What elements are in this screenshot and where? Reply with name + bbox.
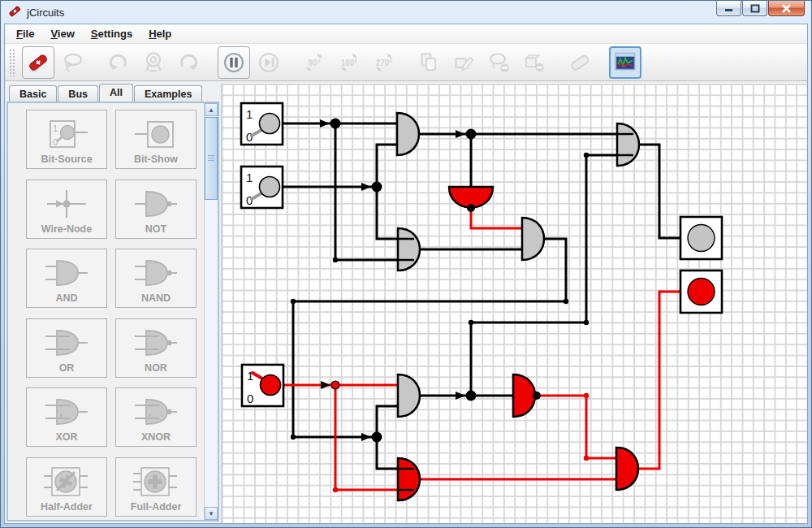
step-simulation-button[interactable] (253, 46, 285, 79)
wire-node[interactable] (331, 381, 339, 389)
wire-joint (469, 320, 473, 325)
wire[interactable] (639, 145, 680, 238)
bit-source-switch[interactable] (260, 177, 280, 197)
palette-item-wire-node[interactable]: Wire-Node (26, 180, 107, 239)
snapshot-camera-button[interactable] (137, 46, 170, 79)
palette-item-label: XOR (27, 431, 106, 443)
wire-arrow (361, 433, 371, 441)
bit-source-label-1: 1 (246, 107, 253, 121)
menu-file[interactable]: File (8, 25, 42, 42)
wire-node[interactable] (330, 119, 341, 129)
wire-arrow (456, 130, 465, 138)
tab-all[interactable]: All (99, 84, 133, 102)
undo-button[interactable] (102, 46, 135, 79)
bit-source-label-0: 0 (247, 392, 253, 405)
not-bubble (533, 392, 541, 400)
palette-item-and[interactable]: AND (26, 249, 107, 308)
palette-scrollbar[interactable]: ▲ ▼ (204, 103, 218, 520)
edit-component-button[interactable] (448, 46, 481, 79)
main-area: BasicBusAllExamples 10 Bit-Source Bit-Sh… (5, 81, 807, 523)
wire-joint (291, 299, 296, 304)
bit-source-label-1: 1 (247, 369, 253, 383)
tab-basic[interactable]: Basic (9, 85, 57, 102)
palette-tabs: BasicBusAllExamples (9, 84, 203, 102)
tab-bus[interactable]: Bus (58, 85, 98, 102)
palette-item-xnor[interactable]: XNOR (115, 387, 197, 447)
pause-simulation-button[interactable] (218, 46, 250, 79)
close-button[interactable] (768, 1, 805, 16)
maximize-button[interactable] (742, 1, 767, 16)
palette-item-full-adder[interactable]: Full-Adder (115, 457, 197, 517)
wire-arrow (320, 119, 330, 128)
select-tool-knife-button[interactable] (22, 46, 54, 79)
remove-component-button[interactable] (518, 46, 551, 79)
wire-node[interactable] (372, 182, 382, 193)
and-gate[interactable] (616, 448, 638, 490)
wire[interactable] (377, 406, 398, 437)
palette-item-bit-source[interactable]: 10 Bit-Source (26, 110, 107, 169)
circuit-canvas[interactable]: 101010 (221, 84, 807, 523)
wire-node[interactable] (466, 391, 477, 401)
toolbar-drag-grip[interactable] (9, 49, 16, 76)
palette-item-nand[interactable]: NAND (115, 249, 197, 308)
palette-item-label: Bit-Show (116, 154, 196, 165)
scroll-up-button[interactable]: ▲ (205, 103, 218, 116)
scroll-thumb[interactable] (205, 117, 218, 200)
xor-icon (41, 393, 93, 431)
copy-button[interactable] (413, 46, 446, 79)
or-gate[interactable] (398, 228, 420, 270)
palette-item-bit-show[interactable]: Bit-Show (115, 110, 197, 169)
half-adder-icon (41, 463, 93, 500)
palette-item-not[interactable]: NOT (115, 180, 197, 239)
menu-settings[interactable]: Settings (83, 25, 140, 42)
wire[interactable] (377, 145, 397, 187)
and-gate[interactable] (397, 113, 419, 155)
bit-source-switch[interactable] (261, 375, 281, 396)
nand-icon (130, 254, 182, 292)
menu-bar: FileViewSettingsHelp (5, 24, 807, 44)
or-gate[interactable] (398, 458, 420, 500)
and-gate[interactable] (522, 218, 544, 260)
palette-item-half-adder[interactable]: Half-Adder (26, 457, 107, 517)
palette-item-xor[interactable]: XOR (26, 387, 107, 447)
palette-item-label: NOT (116, 223, 196, 235)
menu-view[interactable]: View (42, 25, 82, 42)
palette-item-or[interactable]: OR (26, 318, 107, 378)
and-gate[interactable] (398, 374, 420, 417)
wire[interactable] (471, 155, 633, 396)
wire[interactable] (639, 292, 680, 469)
palette-item-nor[interactable]: NOR (115, 318, 197, 378)
minimize-button[interactable] (716, 1, 741, 16)
wire-arrow (321, 381, 330, 389)
rotate-90-button[interactable]: 90° (298, 46, 330, 79)
scroll-down-button[interactable]: ▼ (205, 507, 218, 520)
svg-text:1: 1 (53, 123, 58, 133)
wire-joint (564, 299, 568, 304)
palette-item-label: Full-Adder (116, 501, 196, 513)
deselect-lasso-button[interactable] (483, 46, 516, 79)
wire-arrow (456, 392, 465, 400)
wire-node[interactable] (466, 129, 477, 140)
wire-node-icon (41, 185, 93, 223)
redo-button[interactable] (172, 46, 205, 79)
palette-item-label: Wire-Node (27, 223, 106, 235)
bit-source-switch[interactable] (260, 114, 280, 134)
rotate-270-button[interactable]: 270° (368, 46, 400, 79)
rotate-180-button[interactable]: 180° (333, 46, 365, 79)
wire-arrow (361, 183, 371, 191)
wire-node[interactable] (372, 432, 382, 443)
wire-joint (584, 456, 589, 461)
oscilloscope-button[interactable] (609, 46, 641, 79)
and-icon (41, 254, 93, 292)
wire[interactable] (541, 396, 616, 458)
tab-examples[interactable]: Examples (134, 85, 202, 102)
or-gate[interactable] (617, 123, 639, 166)
palette-panel: 10 Bit-Source Bit-Show Wire-Node NOT AND… (6, 102, 219, 522)
palette-item-label: NAND (116, 292, 196, 304)
wire[interactable] (471, 210, 522, 228)
component-sidebar: BasicBusAllExamples 10 Bit-Source Bit-Sh… (5, 81, 220, 523)
eraser-button[interactable] (564, 46, 596, 79)
menu-help[interactable]: Help (140, 25, 179, 42)
lasso-select-button[interactable] (57, 46, 89, 79)
not-gate[interactable] (513, 374, 535, 417)
